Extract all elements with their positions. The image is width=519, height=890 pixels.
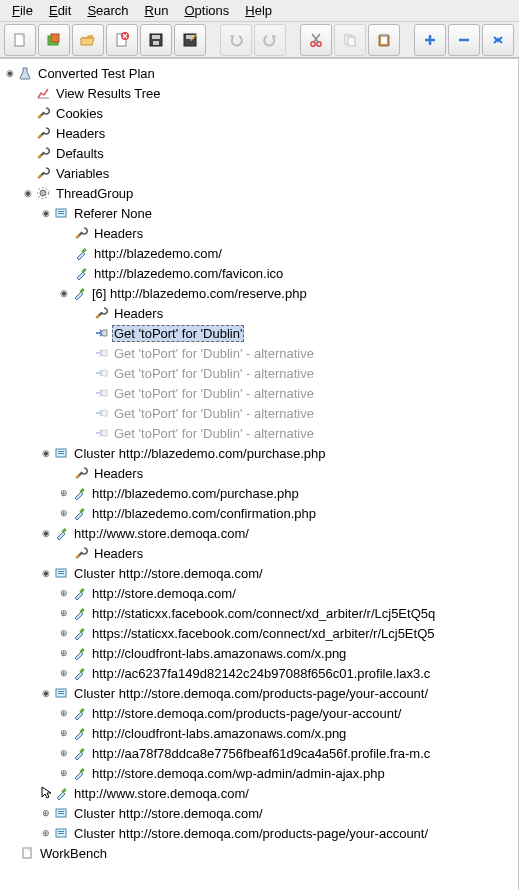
toggle-icon[interactable]: ⊕ <box>58 768 69 779</box>
tree-node[interactable]: ·Variables <box>4 163 518 183</box>
menu-options-label: ptions <box>195 3 230 18</box>
tree-node[interactable]: ·Cookies <box>4 103 518 123</box>
tree-node[interactable]: ◉Cluster http://store.demoqa.com/product… <box>4 683 518 703</box>
pipette-icon <box>71 285 87 301</box>
toolbar-redo-button[interactable] <box>254 24 286 56</box>
toggle-icon[interactable]: ◉ <box>58 288 69 299</box>
toolbar-open-button[interactable] <box>72 24 104 56</box>
toolbar-paste-button[interactable] <box>368 24 400 56</box>
cursor-icon[interactable] <box>40 788 51 799</box>
tree-node[interactable]: ·Headers <box>4 543 518 563</box>
tree-label: http://blazedemo.com/ <box>92 245 224 262</box>
tree-node[interactable]: ⊕http://store.demoqa.com/products-page/y… <box>4 703 518 723</box>
controller-icon <box>53 685 69 701</box>
tree-node[interactable]: ·Defaults <box>4 143 518 163</box>
tree-node[interactable]: ◉Cluster http://store.demoqa.com/ <box>4 563 518 583</box>
toggle-icon[interactable]: ◉ <box>40 448 51 459</box>
toolbar-undo-button[interactable] <box>220 24 252 56</box>
pipette-icon <box>71 665 87 681</box>
toggle-icon[interactable]: ⊕ <box>58 648 69 659</box>
tree-node[interactable]: http://www.store.demoqa.com/ <box>4 783 518 803</box>
tree-node[interactable]: ⊕Cluster http://store.demoqa.com/ <box>4 803 518 823</box>
tree-node[interactable]: ⊕http://cloudfront-labs.amazonaws.com/x.… <box>4 723 518 743</box>
toolbar-toggle-button[interactable] <box>482 24 514 56</box>
toggle-icon[interactable]: ⊕ <box>58 608 69 619</box>
tree-node-selected[interactable]: ·Get 'toPort' for 'Dublin' <box>4 323 518 343</box>
tree-node[interactable]: ⊕https://staticxx.facebook.com/connect/x… <box>4 623 518 643</box>
menu-options[interactable]: Options <box>176 1 237 20</box>
toolbar-new-button[interactable] <box>4 24 36 56</box>
toggle-icon[interactable]: ⊕ <box>58 668 69 679</box>
controller-icon <box>53 445 69 461</box>
tree-node-workbench[interactable]: ·WorkBench <box>4 843 518 863</box>
toolbar-copy-button[interactable] <box>334 24 366 56</box>
toggle-icon[interactable]: ◉ <box>40 688 51 699</box>
toolbar-templates-button[interactable] <box>38 24 70 56</box>
tree-node[interactable]: ·Headers <box>4 463 518 483</box>
tree-node[interactable]: ·Get 'toPort' for 'Dublin' - alternative <box>4 363 518 383</box>
toggle-icon[interactable]: ◉ <box>22 188 33 199</box>
tree-node[interactable]: ·View Results Tree <box>4 83 518 103</box>
tree-node-threadgroup[interactable]: ◉ThreadGroup <box>4 183 518 203</box>
tree-node[interactable]: ⊕http://aa78f78ddca8e7756fbeaf61d9ca4a56… <box>4 743 518 763</box>
tree-node[interactable]: ⊕http://blazedemo.com/purchase.php <box>4 483 518 503</box>
tree-node[interactable]: ·Headers <box>4 123 518 143</box>
toggle-icon[interactable]: ⊕ <box>58 708 69 719</box>
menu-edit[interactable]: Edit <box>41 1 79 20</box>
tree-node[interactable]: ·Headers <box>4 303 518 323</box>
tree-label: Get 'toPort' for 'Dublin' - alternative <box>112 365 316 382</box>
tree-node[interactable]: ⊕http://blazedemo.com/confirmation.php <box>4 503 518 523</box>
tree-node[interactable]: ⊕http://store.demoqa.com/wp-admin/admin-… <box>4 763 518 783</box>
tree-label: Cluster http://store.demoqa.com/products… <box>72 825 430 842</box>
menu-search[interactable]: Search <box>79 1 136 20</box>
toggle-icon[interactable]: ⊕ <box>40 808 51 819</box>
tree-node[interactable]: ·Headers <box>4 223 518 243</box>
tree-node[interactable]: ⊕http://store.demoqa.com/ <box>4 583 518 603</box>
toggle-icon[interactable]: ⊕ <box>58 728 69 739</box>
svg-rect-40 <box>58 691 64 692</box>
toggle-icon[interactable]: ⊕ <box>58 628 69 639</box>
tree-node[interactable]: ·http://blazedemo.com/favicon.ico <box>4 263 518 283</box>
toggle-icon[interactable]: ◉ <box>40 528 51 539</box>
menu-file-label: ile <box>20 3 33 18</box>
toolbar-collapse-button[interactable] <box>448 24 480 56</box>
tree-node[interactable]: ·Get 'toPort' for 'Dublin' - alternative <box>4 403 518 423</box>
toggle-icon[interactable]: ◉ <box>4 68 15 79</box>
toolbar-saveas-button[interactable] <box>174 24 206 56</box>
toolbar-cut-button[interactable] <box>300 24 332 56</box>
tree-node[interactable]: ·Get 'toPort' for 'Dublin' - alternative <box>4 383 518 403</box>
tree-node[interactable]: ◉Referer None <box>4 203 518 223</box>
menu-run[interactable]: Run <box>137 1 177 20</box>
toggle-icon[interactable]: ◉ <box>40 568 51 579</box>
tree-label: Headers <box>92 545 145 562</box>
toolbar-close-button[interactable] <box>106 24 138 56</box>
tree-node[interactable]: ⊕http://ac6237fa149d82142c24b97088f656c0… <box>4 663 518 683</box>
svg-rect-21 <box>58 213 64 214</box>
toggle-icon[interactable]: ⊕ <box>58 588 69 599</box>
toggle-icon[interactable]: ⊕ <box>58 488 69 499</box>
tree-node[interactable]: ⊕http://cloudfront-labs.amazonaws.com/x.… <box>4 643 518 663</box>
tree-node[interactable]: ·http://blazedemo.com/ <box>4 243 518 263</box>
wrench-icon <box>73 465 89 481</box>
tree-node[interactable]: ⊕Cluster http://store.demoqa.com/product… <box>4 823 518 843</box>
menu-help[interactable]: Help <box>237 1 280 20</box>
toggle-icon[interactable]: ⊕ <box>58 748 69 759</box>
tree-node[interactable]: ⊕http://staticxx.facebook.com/connect/xd… <box>4 603 518 623</box>
tree-node[interactable]: ·Get 'toPort' for 'Dublin' - alternative <box>4 423 518 443</box>
tree-node[interactable]: ◉Cluster http://blazedemo.com/purchase.p… <box>4 443 518 463</box>
tree-label: Cluster http://store.demoqa.com/ <box>72 805 265 822</box>
toggle-icon[interactable]: ◉ <box>40 208 51 219</box>
tree-node[interactable]: ◉http://www.store.demoqa.com/ <box>4 523 518 543</box>
tree-label: http://store.demoqa.com/products-page/yo… <box>90 705 403 722</box>
tree-label: Get 'toPort' for 'Dublin' <box>112 325 244 342</box>
tree-node-root[interactable]: ◉ Converted Test Plan <box>4 63 518 83</box>
tree-pane[interactable]: ◉ Converted Test Plan ·View Results Tree… <box>0 58 519 890</box>
toggle-icon[interactable]: ⊕ <box>58 508 69 519</box>
tree-label: Converted Test Plan <box>36 65 157 82</box>
tree-node[interactable]: ◉[6] http://blazedemo.com/reserve.php <box>4 283 518 303</box>
toolbar-save-button[interactable] <box>140 24 172 56</box>
toggle-icon[interactable]: ⊕ <box>40 828 51 839</box>
toolbar-expand-button[interactable] <box>414 24 446 56</box>
tree-node[interactable]: ·Get 'toPort' for 'Dublin' - alternative <box>4 343 518 363</box>
menu-file[interactable]: File <box>4 1 41 20</box>
